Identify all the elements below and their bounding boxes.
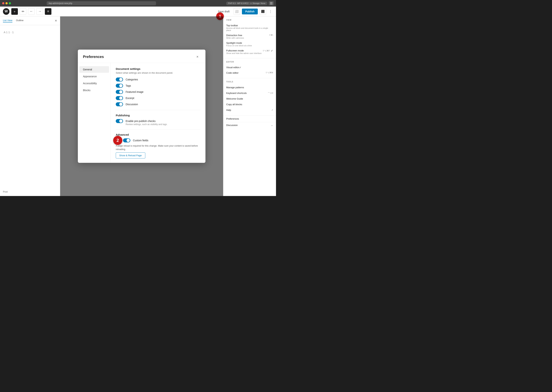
options-button[interactable]: ⋮ bbox=[268, 8, 273, 15]
center-content: Preferences × General Appearance Accessi… bbox=[60, 16, 223, 196]
modal-overlay: Preferences × General Appearance Accessi… bbox=[60, 16, 223, 196]
show-reload-button[interactable]: Show & Reload Page bbox=[116, 152, 145, 158]
redo-button[interactable]: → bbox=[36, 8, 43, 15]
sidebar-distraction-free[interactable]: Distraction free Write with calmness ⇧⌘\ bbox=[226, 33, 273, 40]
preview-button[interactable]: ⬜ bbox=[234, 8, 240, 15]
main-layout: List View Outline ✕ A 1 1 · 1 Post Prefe… bbox=[0, 16, 276, 196]
sidebar-help[interactable]: Help ↗ bbox=[226, 107, 273, 113]
modal-nav: General Appearance Accessibility Blocks bbox=[78, 63, 111, 163]
publish-button[interactable]: Publish bbox=[242, 9, 258, 14]
toggle-excerpt: Excerpt bbox=[116, 96, 200, 100]
chevron-down-icon: ⌄ bbox=[271, 124, 273, 126]
custom-fields-toggle[interactable] bbox=[123, 138, 130, 142]
editor-section-label: EDITOR bbox=[226, 61, 273, 63]
pre-publish-label: Enable pre-publish checks bbox=[126, 120, 155, 123]
pre-publish-desc: Review settings, such as visibility and … bbox=[126, 123, 200, 126]
nav-blocks[interactable]: Blocks bbox=[79, 87, 109, 93]
sidebar-copy-all-blocks[interactable]: Copy all blocks bbox=[226, 102, 273, 107]
sidebar-top-toolbar[interactable]: Top toolbar Access all block and documen… bbox=[226, 23, 273, 33]
sidebar-toggle-button[interactable]: ⬛ bbox=[260, 8, 266, 15]
url-bar[interactable]: /wp-admin/post-new.php bbox=[47, 1, 156, 5]
close-traffic-light[interactable] bbox=[2, 2, 4, 4]
advanced-title: Advanced bbox=[116, 133, 200, 136]
sidebar-keyboard-shortcuts[interactable]: Keyboard shortcuts ⌃⌥H bbox=[226, 90, 273, 96]
titlebar: /wp-admin/post-new.php PHP 8.3 · WP 6.5-… bbox=[0, 0, 276, 7]
sidebar-visual-editor[interactable]: Visual editor ✓ bbox=[226, 65, 273, 70]
modal-body: General Appearance Accessibility Blocks … bbox=[78, 63, 205, 163]
external-link-icon: ↗ bbox=[271, 109, 273, 112]
sidebar-welcome-guide[interactable]: Welcome Guide bbox=[226, 96, 273, 102]
sidebar-preferences[interactable]: Preferences bbox=[223, 116, 276, 122]
sidebar-code-editor[interactable]: Code editor ⇧⌥⌘M bbox=[226, 70, 273, 76]
tools-section-label: TOOLS bbox=[226, 81, 273, 83]
right-sidebar: VIEW Top toolbar Access all block and do… bbox=[223, 16, 276, 196]
doc-settings-title: Document settings bbox=[116, 67, 200, 70]
enable-pre-publish-row: Enable pre-publish checks bbox=[116, 119, 200, 123]
add-block-button[interactable]: ＋ bbox=[11, 8, 18, 15]
traffic-lights bbox=[2, 2, 11, 4]
tools-section: TOOLS Manage patterns Keyboard shortcuts… bbox=[223, 78, 276, 116]
discussion-toggle[interactable] bbox=[116, 102, 123, 106]
edit-button[interactable]: ✏ bbox=[20, 8, 26, 15]
toggle-featured-image: Featured image bbox=[116, 90, 200, 94]
editor-content: A 1 1 · 1 bbox=[0, 25, 60, 196]
toggle-categories: Categories bbox=[116, 77, 200, 82]
list-view-toggle-button[interactable]: ≡ bbox=[45, 8, 51, 15]
categories-toggle[interactable] bbox=[116, 77, 123, 82]
modal-header: Preferences × bbox=[78, 49, 205, 63]
badge-2: 2 bbox=[113, 136, 122, 145]
custom-fields-label: Custom fields bbox=[133, 139, 148, 142]
undo-button[interactable]: ← bbox=[28, 8, 35, 15]
url-text: /wp-admin/post-new.php bbox=[49, 2, 72, 5]
nav-accessibility[interactable]: Accessibility bbox=[79, 80, 109, 87]
toggle-discussion: Discussion bbox=[116, 102, 200, 106]
excerpt-toggle[interactable] bbox=[116, 96, 123, 100]
reload-notice: A page reload is required for this chang… bbox=[116, 144, 200, 151]
modal-title: Preferences bbox=[83, 55, 195, 59]
left-panel: List View Outline ✕ A 1 1 · 1 Post bbox=[0, 16, 60, 196]
view-section-label: VIEW bbox=[226, 19, 273, 21]
modal-content: Document settings Select what settings a… bbox=[111, 63, 205, 163]
tab-outline[interactable]: Outline bbox=[16, 19, 23, 22]
php-badge: PHP 8.3 · WP 6.5-RC2 · ⚠ Storage: None bbox=[226, 2, 267, 5]
custom-fields-row: 2 Custom fields bbox=[116, 138, 200, 142]
post-label: Post bbox=[3, 190, 8, 193]
close-panel-button[interactable]: ✕ bbox=[55, 19, 57, 22]
editor-section: EDITOR Visual editor ✓ Code editor ⇧⌥⌘M bbox=[223, 58, 276, 78]
publishing-title: Publishing bbox=[116, 114, 200, 117]
toggle-tags: Tags bbox=[116, 84, 200, 88]
view-section: VIEW Top toolbar Access all block and do… bbox=[223, 16, 276, 58]
left-panel-tabs: List View Outline ✕ bbox=[0, 16, 60, 25]
maximize-traffic-light[interactable] bbox=[9, 2, 11, 4]
sidebar-fullscreen-mode[interactable]: Fullscreen mode Show and hide the admin … bbox=[226, 48, 273, 56]
minimize-traffic-light[interactable] bbox=[6, 2, 8, 4]
sidebar-manage-patterns[interactable]: Manage patterns bbox=[226, 84, 273, 90]
tags-toggle[interactable] bbox=[116, 84, 123, 88]
pre-publish-toggle[interactable] bbox=[116, 119, 123, 123]
doc-settings-desc: Select what settings are shown in the do… bbox=[116, 71, 200, 74]
featured-image-toggle[interactable] bbox=[116, 90, 123, 94]
modal-close-button[interactable]: × bbox=[195, 54, 200, 60]
hamburger-button[interactable] bbox=[269, 1, 274, 5]
nav-general[interactable]: General bbox=[79, 66, 109, 73]
wp-logo[interactable]: W bbox=[3, 8, 9, 15]
tab-list-view[interactable]: List View bbox=[3, 19, 12, 22]
sidebar-spotlight-mode[interactable]: Spotlight mode Focus on one block at a t… bbox=[226, 40, 273, 48]
wp-toolbar: W ＋ ✏ ← → ≡ Save draft ⬜ Publish ⬛ ⋮ bbox=[0, 7, 276, 16]
nav-appearance[interactable]: Appearance bbox=[79, 73, 109, 80]
preferences-modal: Preferences × General Appearance Accessi… bbox=[78, 49, 205, 163]
sidebar-discussion[interactable]: Discussion ⌄ bbox=[223, 122, 276, 128]
